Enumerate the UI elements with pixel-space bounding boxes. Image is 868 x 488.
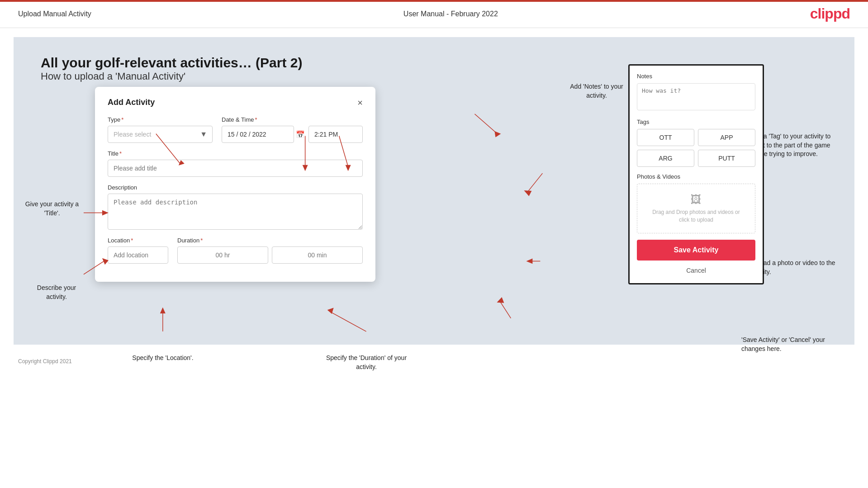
title-group: Title* [108, 150, 363, 177]
svg-line-12 [330, 312, 366, 332]
tag-ott[interactable]: OTT [637, 129, 694, 146]
cancel-link[interactable]: Cancel [637, 265, 755, 276]
duration-hr-input[interactable] [177, 246, 268, 264]
notes-textarea[interactable] [637, 83, 755, 110]
type-label: Type* [108, 116, 213, 123]
modal-title: Add Activity [108, 98, 155, 107]
form-row-location-duration: Location* Duration* [108, 237, 363, 264]
svg-marker-21 [497, 297, 504, 303]
form-row-description: Description [108, 184, 363, 230]
title-input[interactable] [108, 160, 363, 177]
tag-app[interactable]: APP [698, 129, 755, 146]
top-bar: Upload Manual Activity User Manual - Feb… [0, 0, 868, 28]
svg-marker-15 [494, 131, 501, 137]
description-label: Description [108, 184, 363, 191]
svg-marker-11 [160, 307, 166, 313]
location-group: Location* [108, 237, 168, 264]
annotation-location: Specify the 'Location'. [127, 354, 199, 363]
svg-marker-19 [526, 259, 532, 264]
annotation-description: Describe your activity. [27, 284, 86, 301]
photo-upload-text: Drag and Drop photos and videos or click… [646, 208, 746, 224]
description-textarea[interactable] [108, 194, 363, 230]
svg-line-16 [526, 173, 542, 193]
date-input[interactable] [222, 126, 294, 143]
tags-section-label: Tags [637, 118, 755, 125]
type-select[interactable]: Please select [108, 126, 213, 143]
annotation-notes: Add 'Notes' to your activity. [560, 82, 633, 100]
title-field-label: Title* [108, 150, 363, 157]
clippd-logo: clippd [810, 5, 850, 22]
annotation-upload: Upload a photo or video to the activity. [750, 259, 841, 276]
save-activity-button[interactable]: Save Activity [637, 240, 755, 261]
duration-group: Duration* [177, 237, 363, 264]
notes-section-label: Notes [637, 73, 755, 80]
page-label: Upload Manual Activity [18, 10, 91, 18]
location-label: Location* [108, 237, 168, 244]
photo-upload-area[interactable]: 🖼 Drag and Drop photos and videos or cli… [637, 184, 755, 233]
duration-min-input[interactable] [272, 246, 363, 264]
svg-marker-13 [327, 308, 334, 314]
duration-label: Duration* [177, 237, 363, 244]
main-content: All your golf-relevant activities… (Part… [14, 37, 854, 345]
datetime-label: Date & Time* [222, 116, 363, 123]
tag-putt[interactable]: PUTT [698, 150, 755, 167]
phone-content: Notes Tags OTT APP ARG PUTT Photos & Vid… [630, 66, 763, 283]
annotation-title-text: Give your activity a 'Title'. [23, 200, 81, 218]
datetime-group: Date & Time* 📅 [222, 116, 363, 143]
annotation-tags: Add a 'Tag' to your activity to link it … [750, 132, 841, 159]
photo-icon: 🖼 [646, 193, 746, 206]
description-group: Description [108, 184, 363, 230]
form-row-type-datetime: Type* Please select ▼ Date & Time* 📅 [108, 116, 363, 143]
form-row-title: Title* [108, 150, 363, 177]
tag-arg[interactable]: ARG [637, 150, 694, 167]
copyright-text: Copyright Clippd 2021 [18, 358, 72, 365]
phone-panel: Notes Tags OTT APP ARG PUTT Photos & Vid… [628, 64, 764, 284]
manual-label: User Manual - February 2022 [403, 10, 498, 18]
annotation-duration: Specify the 'Duration' of your activity. [321, 354, 412, 371]
modal-header: Add Activity × [108, 98, 363, 107]
svg-line-14 [474, 114, 497, 134]
photos-section-label: Photos & Videos [637, 173, 755, 180]
type-group: Type* Please select ▼ [108, 116, 213, 143]
add-activity-modal: Add Activity × Type* Please select ▼ Dat… [95, 87, 375, 282]
date-time-inputs: 📅 [222, 126, 363, 143]
calendar-icon: 📅 [296, 130, 305, 139]
location-input[interactable] [108, 246, 168, 264]
svg-line-20 [499, 301, 511, 318]
tags-grid: OTT APP ARG PUTT [637, 129, 755, 167]
type-select-wrapper: Please select ▼ [108, 126, 213, 143]
duration-inputs [177, 246, 363, 264]
time-input[interactable] [308, 126, 363, 143]
annotation-save: 'Save Activity' or 'Cancel' your changes… [741, 336, 841, 353]
close-button[interactable]: × [357, 98, 363, 107]
svg-marker-17 [524, 190, 531, 196]
